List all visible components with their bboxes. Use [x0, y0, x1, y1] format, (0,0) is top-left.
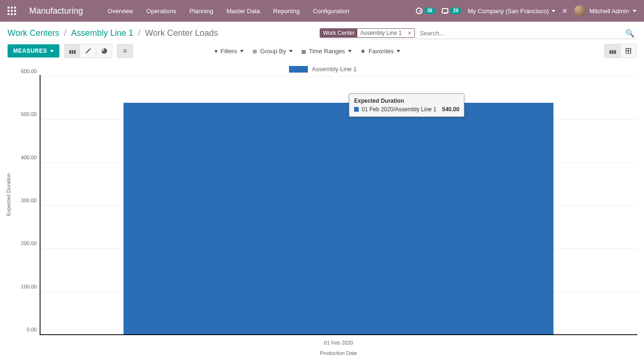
user-name: Mitchell Admin — [589, 8, 629, 15]
x-tick-label: 01 Feb 2020 — [324, 340, 353, 346]
chart-legend: Assembly Line 1 — [6, 63, 640, 74]
crumb-sep: / — [64, 28, 66, 38]
chart-area: Assembly Line 1 Expected Duration 0.00 1… — [6, 63, 640, 362]
search-icon[interactable] — [623, 29, 636, 38]
pie-chart-button[interactable] — [96, 44, 112, 58]
chart-plot: 01 Feb 2020 Production Date Expected Dur… — [40, 77, 637, 335]
y-tick: 400.00 — [7, 155, 37, 160]
measures-label: MEASURES — [13, 48, 47, 54]
conversations-button[interactable]: 29 — [442, 8, 461, 14]
conversations-badge: 29 — [450, 8, 461, 14]
y-tick: 600.00 — [7, 68, 37, 74]
stack-group — [117, 44, 133, 58]
view-switch — [604, 44, 636, 58]
chevron-down-icon — [633, 10, 636, 12]
x-axis-line — [40, 334, 637, 335]
stack-icon — [123, 47, 127, 55]
favorites-dropdown[interactable]: Favorites — [360, 48, 400, 55]
groupby-label: Group By — [260, 48, 286, 55]
y-tick: 0.00 — [7, 327, 37, 332]
y-tick: 500.00 — [7, 111, 37, 117]
y-axis-line — [40, 75, 41, 335]
pie-chart-icon — [101, 48, 107, 54]
x-axis-label: Production Date — [320, 350, 357, 356]
topbar: Manufacturing Overview Operations Planni… — [0, 0, 644, 22]
stacked-button[interactable] — [117, 44, 133, 58]
timeranges-label: Time Ranges — [309, 48, 345, 55]
menu-reporting[interactable]: Reporting — [267, 4, 305, 18]
topbar-right: 38 29 My Company (San Francisco) ✕ Mitch… — [416, 5, 636, 16]
breadcrumb: Work Centers / Assembly Line 1 / Work Ce… — [8, 28, 218, 38]
search-input[interactable] — [418, 29, 623, 38]
facet-remove-icon[interactable]: ✕ — [405, 30, 414, 36]
bar-chart-icon — [69, 48, 76, 55]
pivot-view-button[interactable] — [620, 44, 636, 58]
menu-planning[interactable]: Planning — [184, 4, 219, 18]
clock-icon — [416, 8, 422, 14]
line-chart-button[interactable] — [80, 44, 96, 58]
line-chart-icon — [85, 49, 91, 53]
tooltip-swatch — [354, 107, 359, 112]
filters-dropdown[interactable]: Filters — [215, 48, 244, 55]
menu-operations[interactable]: Operations — [140, 4, 182, 18]
debug-icon[interactable]: ✕ — [562, 7, 568, 15]
app-brand: Manufacturing — [29, 6, 83, 16]
y-tick: 100.00 — [7, 284, 37, 289]
facet-label: Work Center — [320, 29, 357, 37]
y-tick: 200.00 — [7, 240, 37, 246]
crumb-current: Work Center Loads — [145, 28, 218, 38]
y-ticks: 0.00 100.00 200.00 300.00 400.00 500.00 … — [6, 77, 40, 335]
timer-button[interactable]: 38 — [416, 8, 435, 14]
tooltip-row: 01 Feb 2020/Assembly Line 1 540.00 — [354, 106, 459, 113]
crumb-workcenters[interactable]: Work Centers — [8, 28, 59, 38]
chevron-down-icon — [50, 50, 54, 52]
funnel-icon — [215, 48, 218, 55]
bar-chart-button[interactable] — [64, 44, 80, 58]
star-icon — [360, 48, 366, 55]
cp-options: Filters Group By Time Ranges Favorites — [215, 48, 401, 55]
filters-label: Filters — [221, 48, 237, 55]
avatar — [574, 5, 586, 16]
user-menu[interactable]: Mitchell Admin — [574, 5, 636, 16]
gridline — [40, 76, 637, 77]
chart-type-group — [64, 44, 112, 58]
facet-value: Assembly Line 1 — [357, 29, 405, 37]
table-icon — [626, 48, 631, 54]
legend-item[interactable]: Assembly Line 1 — [289, 66, 356, 73]
apps-icon[interactable] — [8, 7, 16, 15]
toolbar: MEASURES Filters Group By Time Ranges Fa… — [0, 41, 644, 63]
groupby-dropdown[interactable]: Group By — [252, 48, 293, 55]
chart-tooltip: Expected Duration 01 Feb 2020/Assembly L… — [349, 93, 464, 117]
y-tick: 300.00 — [7, 197, 37, 203]
timeranges-dropdown[interactable]: Time Ranges — [301, 48, 352, 55]
crumb-sep: / — [138, 28, 140, 38]
search-facet: Work Center Assembly Line 1 ✕ — [320, 28, 415, 38]
chevron-down-icon — [552, 10, 555, 12]
list-icon — [252, 48, 257, 55]
chevron-down-icon — [289, 50, 293, 52]
timer-badge: 38 — [424, 8, 435, 14]
calendar-icon — [301, 48, 306, 55]
measures-button[interactable]: MEASURES — [8, 44, 59, 58]
crumb-assembly-line-1[interactable]: Assembly Line 1 — [71, 28, 133, 38]
bar-chart-icon — [609, 48, 616, 55]
tooltip-title: Expected Duration — [354, 98, 459, 104]
menu-overview[interactable]: Overview — [102, 4, 139, 18]
chevron-down-icon — [396, 50, 400, 52]
menu-configuration[interactable]: Configuration — [307, 4, 355, 18]
control-row: Work Centers / Assembly Line 1 / Work Ce… — [0, 22, 644, 41]
menu-master-data[interactable]: Master Data — [221, 4, 265, 18]
speech-icon — [442, 8, 448, 14]
company-selector[interactable]: My Company (San Francisco) — [468, 8, 555, 15]
chevron-down-icon — [348, 50, 352, 52]
chevron-down-icon — [240, 50, 244, 52]
tooltip-value: 540.00 — [442, 106, 460, 113]
legend-swatch — [289, 66, 308, 73]
legend-label: Assembly Line 1 — [312, 66, 356, 73]
top-menu: Overview Operations Planning Master Data… — [102, 4, 355, 18]
graph-view-button[interactable] — [604, 44, 620, 58]
search-bar: Work Center Assembly Line 1 ✕ — [320, 27, 636, 39]
tooltip-label: 01 Feb 2020/Assembly Line 1 — [362, 106, 437, 113]
chart-bar[interactable] — [124, 103, 554, 335]
company-name: My Company (San Francisco) — [468, 8, 549, 15]
